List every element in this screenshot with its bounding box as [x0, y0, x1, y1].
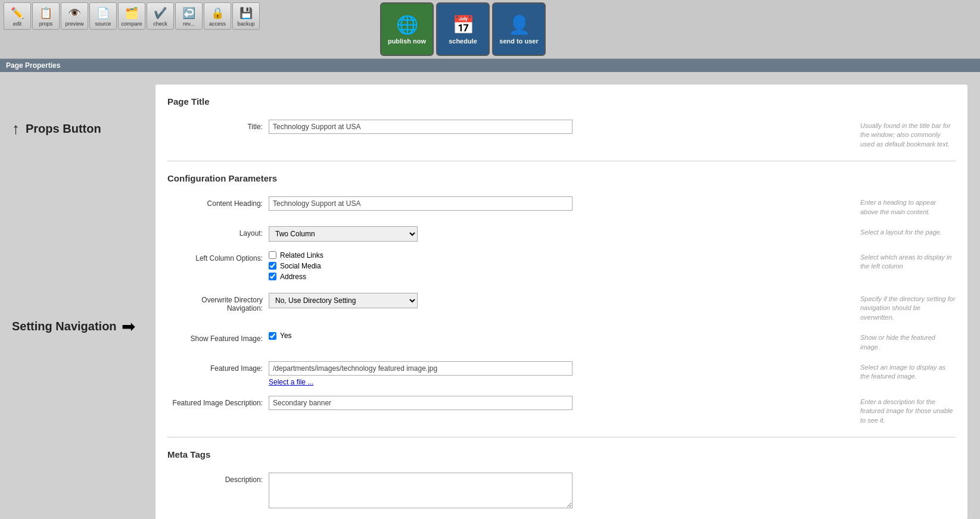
- select-file-link[interactable]: Select a file ...: [269, 378, 854, 386]
- left-column-label: Left Column Options:: [167, 251, 263, 262]
- related-links-label: Related Links: [280, 251, 323, 260]
- related-links-row: Related Links: [269, 251, 854, 260]
- show-featured-row: Show Featured Image: Yes Show or hide th…: [167, 332, 956, 352]
- source-label: source: [95, 21, 111, 27]
- show-featured-text: Yes: [280, 332, 292, 340]
- toolbar-group-secondary: ✔️ check ↩️ rev... 🔒 access 💾 backup: [147, 2, 260, 30]
- props-label: props: [39, 21, 53, 27]
- main-content: ↑ Props Button Setting Navigation ➡ Page…: [0, 72, 980, 519]
- edit-button[interactable]: ✏️ edit: [4, 2, 31, 30]
- revert-button[interactable]: ↩️ rev...: [175, 2, 203, 30]
- featured-image-control: Select a file ...: [269, 361, 854, 386]
- content-heading-hint: Enter a heading to appear above the main…: [860, 196, 956, 217]
- social-media-row: Social Media: [269, 262, 854, 270]
- left-column-row: Left Column Options: Related Links Socia…: [167, 251, 956, 283]
- access-button[interactable]: 🔒 access: [204, 2, 231, 30]
- edit-icon: ✏️: [9, 5, 26, 21]
- featured-image-row: Featured Image: Select a file ... Select…: [167, 361, 956, 386]
- backup-icon: 💾: [238, 5, 254, 21]
- featured-image-label: Featured Image:: [167, 361, 263, 373]
- description-control: [269, 473, 854, 510]
- setting-nav-annotation: Setting Navigation ➡: [12, 317, 143, 336]
- source-button[interactable]: 📄 source: [89, 2, 117, 30]
- breadcrumb: Page Properties: [0, 59, 980, 72]
- section-divider-2: [167, 437, 956, 437]
- layout-control: One Column Two Column Three Column: [269, 226, 854, 242]
- props-annotation-label: Props Button: [26, 122, 101, 136]
- backup-label: backup: [237, 21, 254, 27]
- address-row: Address: [269, 273, 854, 281]
- send-user-icon: 👤: [508, 14, 530, 35]
- featured-desc-hint: Enter a description for the featured ima…: [860, 396, 956, 425]
- social-media-checkbox[interactable]: [269, 262, 276, 270]
- revert-icon: ↩️: [181, 5, 197, 21]
- props-annotation: ↑ Props Button: [12, 90, 143, 138]
- publish-group: 🌐 publish now 📅 schedule 👤 send to user: [380, 2, 546, 56]
- address-label: Address: [280, 273, 306, 281]
- layout-select[interactable]: One Column Two Column Three Column: [269, 226, 418, 242]
- schedule-label: schedule: [449, 37, 477, 45]
- title-label: Title:: [167, 120, 263, 131]
- props-button[interactable]: 📋 props: [32, 2, 60, 30]
- left-column-control: Related Links Social Media Address: [269, 251, 854, 283]
- form-panel: Page Title Title: Usually found in the t…: [155, 84, 968, 519]
- access-icon: 🔒: [209, 5, 226, 21]
- show-featured-checkbox-row: Yes: [269, 332, 854, 340]
- overwrite-nav-label: Overwrite Directory Navigation:: [167, 293, 263, 312]
- section-divider-1: [167, 161, 956, 161]
- meta-tags-header: Meta Tags: [167, 449, 956, 463]
- layout-row: Layout: One Column Two Column Three Colu…: [167, 226, 956, 242]
- show-featured-checkbox[interactable]: [269, 332, 276, 340]
- featured-desc-label: Featured Image Description:: [167, 396, 263, 407]
- social-media-label: Social Media: [280, 262, 321, 270]
- access-label: access: [209, 21, 226, 27]
- title-input[interactable]: [269, 120, 573, 134]
- arrow-up-icon: ↑: [12, 120, 20, 138]
- setting-nav-label: Setting Navigation: [12, 320, 117, 333]
- content-heading-input[interactable]: [269, 196, 573, 211]
- backup-button[interactable]: 💾 backup: [232, 2, 260, 30]
- left-annotations: ↑ Props Button Setting Navigation ➡: [12, 84, 143, 519]
- check-button[interactable]: ✔️ check: [147, 2, 174, 30]
- compare-button[interactable]: 🗂️ compare: [118, 2, 145, 30]
- publish-now-button[interactable]: 🌐 publish now: [380, 2, 434, 56]
- layout-label: Layout:: [167, 226, 263, 237]
- schedule-icon: 📅: [452, 14, 474, 35]
- overwrite-nav-row: Overwrite Directory Navigation: No, Use …: [167, 293, 956, 322]
- source-icon: 📄: [95, 5, 111, 21]
- description-row: Description:: [167, 473, 956, 510]
- featured-desc-input[interactable]: [269, 396, 573, 410]
- arrow-right-icon: ➡: [122, 317, 135, 336]
- revert-label: rev...: [183, 21, 194, 27]
- content-heading-row: Content Heading: Enter a heading to appe…: [167, 196, 956, 217]
- config-section-header: Configuration Parameters: [167, 173, 956, 187]
- overwrite-nav-select[interactable]: No, Use Directory Setting Yes, Use Page …: [269, 293, 418, 308]
- description-label: Description:: [167, 473, 263, 484]
- preview-label: preview: [65, 21, 83, 27]
- title-hint: Usually found in the title bar for the w…: [860, 120, 956, 149]
- schedule-button[interactable]: 📅 schedule: [436, 2, 490, 56]
- compare-label: compare: [121, 21, 142, 27]
- related-links-checkbox[interactable]: [269, 251, 276, 259]
- address-checkbox[interactable]: [269, 273, 276, 280]
- edit-label: edit: [13, 21, 22, 27]
- featured-image-input[interactable]: [269, 361, 573, 376]
- left-column-hint: Select which areas to display in the lef…: [860, 251, 956, 271]
- overwrite-nav-control: No, Use Directory Setting Yes, Use Page …: [269, 293, 854, 308]
- compare-icon: 🗂️: [123, 5, 140, 21]
- show-featured-label: Show Featured Image:: [167, 332, 263, 343]
- description-textarea[interactable]: [269, 473, 573, 508]
- props-icon: 📋: [38, 5, 54, 21]
- title-row: Title: Usually found in the title bar fo…: [167, 120, 956, 149]
- toolbar-group-main: ✏️ edit 📋 props 👁️ preview 📄 source 🗂️ c…: [4, 2, 145, 30]
- content-heading-control: [269, 196, 854, 211]
- show-featured-hint: Show or hide the featured image.: [860, 332, 956, 352]
- check-label: check: [153, 21, 167, 27]
- page-title-section-header: Page Title: [167, 96, 956, 110]
- content-heading-label: Content Heading:: [167, 196, 263, 208]
- preview-icon: 👁️: [66, 5, 83, 21]
- show-featured-control: Yes: [269, 332, 854, 342]
- send-to-user-button[interactable]: 👤 send to user: [492, 2, 546, 56]
- preview-button[interactable]: 👁️ preview: [61, 2, 88, 30]
- featured-desc-row: Featured Image Description: Enter a desc…: [167, 396, 956, 425]
